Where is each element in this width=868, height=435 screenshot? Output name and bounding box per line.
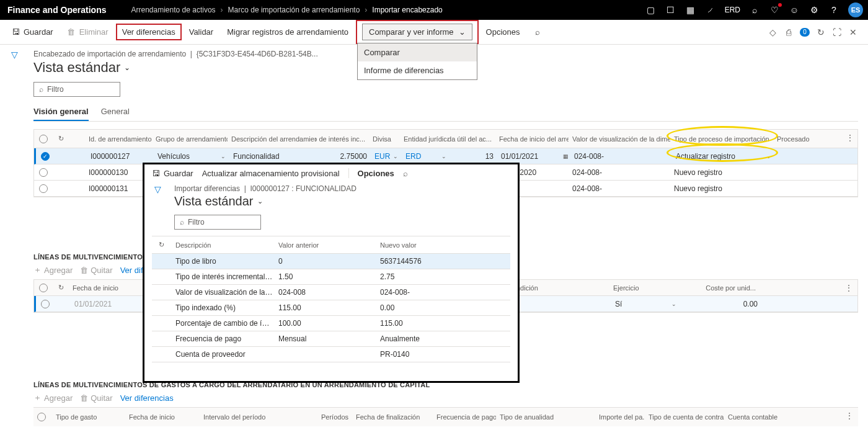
search-icon[interactable]: ⌕	[403, 169, 408, 178]
ov-view-selector[interactable]: Vista estándar ⌄	[174, 194, 508, 209]
col-desc[interactable]: Descripción del arrendamiento	[228, 135, 316, 143]
col-new[interactable]: Nuevo valor	[375, 241, 474, 249]
add-button[interactable]: ＋ Agregar	[33, 264, 73, 276]
options-button[interactable]: Opciones	[480, 24, 526, 40]
col-imp[interactable]: Importe del pa...	[595, 413, 645, 421]
col-cond[interactable]: ndición	[513, 284, 609, 292]
row-checkbox[interactable]	[39, 168, 48, 177]
avatar[interactable]: ES	[848, 2, 863, 17]
window-icon[interactable]: ▢	[645, 4, 657, 16]
select-all[interactable]	[39, 284, 48, 292]
col-ini[interactable]: Fecha de inicio	[125, 413, 200, 421]
col-group[interactable]: Grupo de arrendamiento	[152, 135, 228, 143]
table-row[interactable]: Tipo de interés incremental del ... 1.50…	[152, 269, 510, 285]
search-icon[interactable]: ⌕	[749, 4, 760, 16]
refresh-icon[interactable]: ↻	[152, 241, 170, 249]
tab-general[interactable]: General	[101, 103, 130, 121]
more-icon[interactable]: ⋮	[846, 411, 853, 420]
col-startdate[interactable]: Fecha de inicio del arrend...	[495, 135, 569, 143]
table-row[interactable]: Tipo de libro 0 5637144576	[152, 254, 510, 269]
chevron-down-icon[interactable]: ⌄	[441, 153, 446, 159]
chevron-down-icon[interactable]: ⌄	[393, 153, 398, 159]
validate-button[interactable]: Validar	[183, 24, 220, 40]
tab-overview[interactable]: Visión general	[33, 103, 89, 121]
view-differences-button[interactable]: Ver diferencias	[116, 24, 182, 40]
view-diff-link[interactable]: Ver diferencias	[120, 393, 174, 403]
table-row[interactable]: Frecuencia de pago Mensual Anualmente	[152, 331, 510, 347]
col-freq[interactable]: Frecuencia de pago	[433, 413, 496, 421]
wand-icon[interactable]: ⟋	[705, 4, 716, 16]
chevron-down-icon[interactable]: ⌄	[221, 153, 226, 159]
ov-save[interactable]: 🖫Guardar	[152, 169, 193, 178]
save-button[interactable]: 🖫 Guardar	[5, 24, 60, 40]
col-anual[interactable]: Tipo de anualidad	[496, 413, 595, 421]
ov-options[interactable]: Opciones	[358, 169, 394, 178]
table-row[interactable]: Valor de visualización de la dim... 024-…	[152, 285, 510, 300]
ov-filter-input[interactable]: ⌕ Filtro	[174, 215, 261, 230]
col-interest[interactable]: Tipo de interés inc...	[316, 135, 369, 143]
delete-button[interactable]: 🗑 Eliminar	[61, 24, 115, 40]
bell-icon[interactable]: ♡	[769, 4, 780, 16]
refresh-icon[interactable]: ↻	[816, 27, 826, 37]
popout-icon[interactable]: ⛶	[832, 27, 842, 37]
menu-compare[interactable]: Comparar	[358, 43, 477, 61]
col-dimension[interactable]: Valor de visualización de la dimensió...	[569, 135, 670, 143]
funnel-icon[interactable]: ▽	[11, 50, 18, 60]
select-all-checkbox[interactable]	[39, 135, 48, 143]
ov-context-b: I000000127 : FUNCIONALIDAD	[250, 184, 356, 193]
migrate-button[interactable]: Migrar registros de arrendamiento	[221, 24, 355, 40]
menu-report[interactable]: Informe de diferencias	[358, 61, 477, 79]
col-per[interactable]: Períodos	[317, 413, 352, 421]
compare-report-dropdown[interactable]: Comparar y ver informe ⌄ Comparar Inform…	[356, 20, 479, 44]
more-icon[interactable]: ⋮	[845, 284, 852, 292]
col-prev[interactable]: Valor anterior	[273, 241, 375, 249]
breadcrumb-3[interactable]: Importar encabezado	[372, 6, 442, 14]
col-life[interactable]: Vida útil del ac...	[448, 135, 495, 143]
calendar-icon[interactable]: ▦	[563, 153, 569, 159]
col-tipo[interactable]: Tipo de gasto	[52, 413, 125, 421]
col-cuenta[interactable]: Tipo de cuenta de contra...	[645, 413, 724, 421]
refresh-icon[interactable]: ↻	[53, 284, 69, 292]
erd-label[interactable]: ERD	[725, 6, 740, 14]
col-process[interactable]: Tipo de proceso de importación	[670, 135, 773, 143]
col-desc[interactable]: Descripción	[170, 241, 273, 249]
col-currency[interactable]: Divisa	[369, 135, 400, 143]
table-row[interactable]: Cuenta de proveedor PR-0140	[152, 347, 510, 362]
row-checkbox[interactable]: ✓	[41, 152, 50, 161]
more-icon[interactable]: ⋮	[846, 133, 854, 142]
diamond-icon[interactable]: ◇	[768, 27, 777, 37]
col-id[interactable]: Id. de arrendamiento	[89, 135, 152, 143]
table-row[interactable]: Tipo indexado (%) 115.00 0.00	[152, 300, 510, 316]
row-checkbox[interactable]	[39, 184, 48, 193]
chevron-down-icon[interactable]: ⌄	[671, 301, 676, 307]
remove-button[interactable]: 🗑 Quitar	[80, 266, 112, 275]
col-ej[interactable]: Ejercicio	[609, 284, 679, 292]
add-button[interactable]: ＋ Agregar	[33, 392, 73, 403]
face-icon[interactable]: ☺	[789, 4, 800, 16]
col-int[interactable]: Intervalo del período	[200, 413, 317, 421]
chevron-down-icon[interactable]: ⌄	[766, 153, 771, 159]
gear-icon[interactable]: ⚙	[808, 4, 820, 16]
ov-update[interactable]: Actualizar almacenamiento provisional	[202, 169, 340, 178]
remove-button[interactable]: 🗑 Quitar	[80, 393, 112, 403]
pill-icon[interactable]: 0	[800, 27, 810, 37]
monitor-icon[interactable]: ☐	[665, 4, 676, 16]
select-all[interactable]	[37, 413, 46, 421]
search-cmd[interactable]: ⌕	[527, 24, 548, 40]
col-processed[interactable]: Procesado	[773, 135, 817, 143]
col-cost[interactable]: Coste por unid...	[679, 284, 760, 292]
help-icon[interactable]: ?	[828, 4, 839, 16]
funnel-icon[interactable]: ▽	[154, 184, 161, 194]
col-entity[interactable]: Entidad jurídica	[400, 135, 448, 143]
breadcrumb-2[interactable]: Marco de importación de arrendamiento	[228, 6, 360, 14]
row-checkbox[interactable]	[41, 300, 50, 308]
bookmark-icon[interactable]: ⎙	[784, 27, 794, 37]
refresh-col-icon[interactable]: ↻	[53, 135, 69, 143]
col-contable[interactable]: Cuenta contable	[724, 413, 792, 421]
filter-input[interactable]: ⌕ Filtro	[33, 82, 120, 97]
table-row[interactable]: Porcentaje de cambio de índice ... 100.0…	[152, 316, 510, 331]
grid-icon[interactable]: ▦	[685, 4, 696, 16]
breadcrumb-1[interactable]: Arrendamiento de activos	[131, 6, 215, 14]
col-fin[interactable]: Fecha de finalización	[352, 413, 433, 421]
close-icon[interactable]: ✕	[848, 27, 858, 37]
